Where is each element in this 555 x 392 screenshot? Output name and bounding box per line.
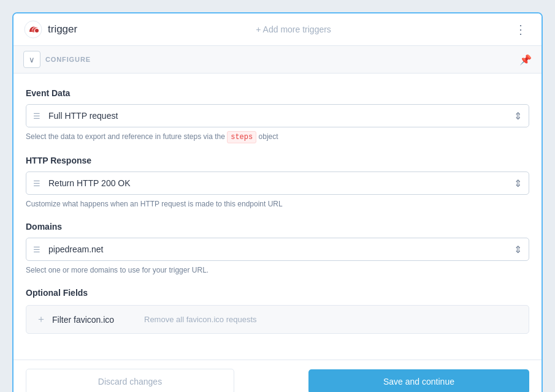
pin-icon[interactable]: 📌 — [519, 54, 532, 66]
logo-text: trigger — [48, 23, 77, 36]
logo-icon — [23, 20, 43, 39]
content-area: Event Data ☰ Full HTTP request Only the … — [13, 74, 542, 360]
header-right: ⋮ — [510, 20, 532, 39]
footer: Discard changes Save and continue — [13, 360, 542, 392]
domains-section: Domains ☰ pipedream.net pipedream.cloud … — [26, 222, 529, 276]
http-response-section: HTTP Response ☰ Return HTTP 200 OK Retur… — [26, 156, 529, 209]
http-response-select-wrapper: ☰ Return HTTP 200 OK Return HTTP 400 Bad… — [26, 172, 529, 195]
logo-area: trigger — [23, 20, 77, 39]
domains-label: Domains — [26, 222, 529, 232]
domains-hint: Select one or more domains to use for yo… — [26, 265, 529, 276]
add-triggers-button[interactable]: + Add more triggers — [256, 24, 331, 34]
http-response-select[interactable]: Return HTTP 200 OK Return HTTP 400 Bad R… — [26, 172, 529, 195]
plus-icon: ＋ — [36, 313, 46, 326]
domains-select[interactable]: pipedream.net pipedream.cloud — [26, 238, 529, 261]
configure-label: CONFIGURE — [45, 56, 91, 63]
event-data-select-wrapper: ☰ Full HTTP request Only the body Only t… — [26, 104, 529, 127]
steps-badge: steps — [227, 131, 256, 143]
event-data-section: Event Data ☰ Full HTTP request Only the … — [26, 88, 529, 143]
header-center: + Add more triggers — [77, 24, 510, 34]
config-bar: ∨ CONFIGURE 📌 — [13, 46, 542, 74]
event-data-select[interactable]: Full HTTP request Only the body Only the… — [26, 104, 529, 127]
optional-fields-label: Optional Fields — [26, 288, 529, 298]
save-continue-button[interactable]: Save and continue — [308, 369, 529, 392]
main-card: trigger + Add more triggers ⋮ ∨ CONFIGUR… — [12, 12, 543, 392]
event-data-hint: Select the data to export and reference … — [26, 131, 529, 143]
domains-select-wrapper: ☰ pipedream.net pipedream.cloud ⇕ — [26, 238, 529, 261]
http-response-label: HTTP Response — [26, 156, 529, 165]
header: trigger + Add more triggers ⋮ — [13, 13, 542, 46]
optional-field-item[interactable]: ＋ Filter favicon.ico Remove all favicon.… — [26, 305, 529, 334]
chevron-down-icon: ∨ — [29, 55, 35, 64]
optional-item-description: Remove all favicon.ico requests — [144, 315, 257, 324]
discard-button[interactable]: Discard changes — [26, 369, 234, 392]
http-response-hint: Customize what happens when an HTTP requ… — [26, 198, 529, 209]
optional-item-label: Filter favicon.ico — [52, 315, 138, 325]
svg-point-1 — [35, 29, 39, 32]
more-menu-button[interactable]: ⋮ — [510, 20, 532, 39]
event-data-label: Event Data — [26, 88, 529, 98]
collapse-button[interactable]: ∨ — [23, 51, 40, 68]
config-left: ∨ CONFIGURE — [23, 51, 91, 68]
optional-fields-section: Optional Fields ＋ Filter favicon.ico Rem… — [26, 288, 529, 334]
